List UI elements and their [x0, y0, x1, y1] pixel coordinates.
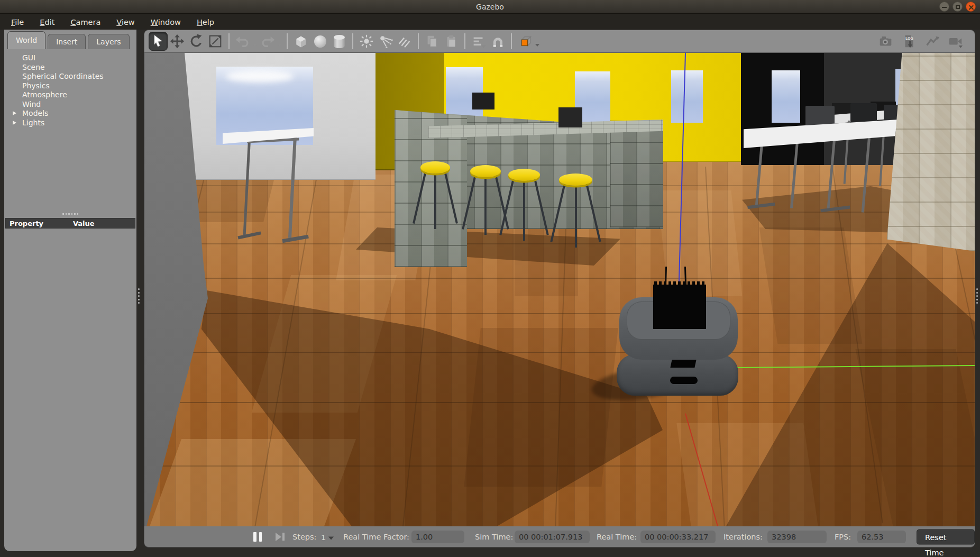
align-icon	[471, 33, 487, 49]
data-logger-button[interactable]: LOG	[900, 32, 919, 51]
status-bar: Steps: 1 Real Time Factor: 1.00 Sim Time…	[144, 526, 975, 547]
plot-line-icon	[924, 33, 940, 49]
view-angle-button[interactable]	[516, 32, 535, 51]
paste-button[interactable]	[442, 32, 461, 51]
sim-time-label: Sim Time:	[475, 533, 513, 541]
view-angle-dropdown-icon[interactable]	[535, 44, 539, 47]
spot-light-button[interactable]	[376, 32, 395, 51]
pause-button[interactable]	[253, 532, 262, 542]
rotate-arrows-icon	[188, 33, 204, 49]
spot-light-icon	[378, 33, 393, 49]
copy-button[interactable]	[423, 32, 442, 51]
redo-button[interactable]	[258, 32, 277, 51]
directional-light-button[interactable]	[395, 32, 414, 51]
tree-item-models[interactable]: Models	[4, 109, 136, 118]
undo-arrow-icon	[235, 33, 251, 49]
record-video-button[interactable]	[946, 32, 965, 51]
screenshot-button[interactable]	[876, 32, 895, 51]
tab-insert[interactable]: Insert	[48, 34, 86, 49]
insert-sphere-button[interactable]	[310, 32, 329, 51]
toolbar-separator	[228, 33, 230, 49]
video-camera-icon	[948, 33, 964, 49]
tree-item-spherical-coordinates[interactable]: Spherical Coordinates	[4, 72, 136, 81]
rotate-tool-button[interactable]	[187, 32, 206, 51]
copy-icon	[424, 33, 440, 49]
model-stone-pillar[interactable]	[887, 53, 975, 251]
iterations-field: 32398	[767, 531, 827, 543]
plot-button[interactable]	[923, 32, 942, 51]
expand-arrow-icon[interactable]	[13, 121, 16, 125]
redo-dropdown-icon[interactable]	[278, 44, 282, 47]
snap-button[interactable]	[488, 32, 507, 51]
directional-light-icon	[397, 33, 413, 49]
sun-icon	[359, 33, 374, 49]
toolbar: LOG	[144, 30, 975, 53]
vertical-splitter-handle[interactable]	[138, 288, 140, 304]
bar-tv	[472, 93, 494, 109]
right-splitter-handle[interactable]	[976, 288, 978, 304]
steps-selector[interactable]: 1	[321, 532, 334, 542]
minimize-icon	[942, 7, 947, 8]
magnet-icon	[490, 33, 506, 49]
menu-edit[interactable]: Edit	[34, 16, 60, 28]
tree-item-wind[interactable]: Wind	[4, 100, 136, 109]
cloud	[226, 70, 294, 83]
tab-layers[interactable]: Layers	[88, 34, 129, 49]
panel-splitter-handle[interactable]	[4, 213, 136, 215]
insert-box-button[interactable]	[291, 32, 310, 51]
property-column-header[interactable]: Property	[6, 220, 73, 227]
toolbar-separator	[287, 33, 288, 49]
undo-dropdown-icon[interactable]	[253, 44, 257, 47]
menu-camera[interactable]: Camera	[65, 16, 106, 28]
tree-item-scene[interactable]: Scene	[4, 63, 136, 72]
title-bar[interactable]: Gazebo	[0, 0, 980, 14]
world-tree: GUI Scene Spherical Coordinates Physics …	[4, 53, 136, 127]
select-tool-button[interactable]	[149, 32, 168, 51]
tree-item-gui[interactable]: GUI	[4, 53, 136, 63]
menu-help[interactable]: Help	[191, 16, 220, 28]
white-wall[interactable]	[176, 53, 375, 180]
menu-window[interactable]: Window	[145, 16, 187, 28]
scale-tool-button[interactable]	[206, 32, 225, 51]
view-cube-icon	[517, 33, 533, 49]
menu-bar: File Edit Camera View Window Help	[0, 14, 980, 30]
toolbar-separator	[418, 33, 419, 49]
value-column-header[interactable]: Value	[73, 220, 135, 227]
toolbar-separator	[464, 33, 465, 49]
rtf-field: 1.00	[411, 531, 464, 543]
step-button[interactable]	[276, 533, 285, 541]
align-button[interactable]	[469, 32, 488, 51]
translate-tool-button[interactable]	[168, 32, 187, 51]
tab-world[interactable]: World	[7, 31, 45, 49]
steps-value: 1	[321, 533, 326, 541]
fps-label: FPS:	[835, 533, 851, 541]
real-time-label: Real Time:	[597, 533, 637, 541]
robot-slot	[670, 360, 696, 368]
menu-view[interactable]: View	[111, 16, 140, 28]
bar-tv	[558, 107, 582, 127]
minimize-button[interactable]	[939, 2, 949, 12]
tree-item-atmosphere[interactable]: Atmosphere	[4, 90, 136, 100]
cursor-arrow-icon	[151, 34, 166, 49]
close-button[interactable]	[966, 2, 976, 12]
menu-file[interactable]: File	[5, 16, 30, 28]
toolbar-separator	[352, 33, 353, 49]
window-controls	[939, 2, 976, 12]
viewport-3d[interactable]	[144, 53, 975, 526]
steps-label: Steps:	[292, 533, 316, 541]
reset-time-button[interactable]: Reset Time	[917, 529, 975, 544]
expand-arrow-icon[interactable]	[13, 111, 16, 115]
tree-item-lights[interactable]: Lights	[4, 118, 136, 128]
maximize-button[interactable]	[952, 2, 963, 12]
iterations-label: Iterations:	[723, 533, 763, 541]
tree-item-physics[interactable]: Physics	[4, 81, 136, 91]
gazebo-window: { "window": { "title": "Gazebo" }, "menu…	[0, 0, 980, 557]
steps-dropdown-icon	[328, 536, 334, 540]
scale-arrows-icon	[207, 33, 223, 49]
camera-icon	[878, 33, 894, 49]
sphere-shape-icon	[314, 35, 326, 48]
undo-button[interactable]	[233, 32, 252, 51]
point-light-button[interactable]	[357, 32, 376, 51]
window-sky	[772, 70, 800, 123]
insert-cylinder-button[interactable]	[329, 32, 349, 51]
